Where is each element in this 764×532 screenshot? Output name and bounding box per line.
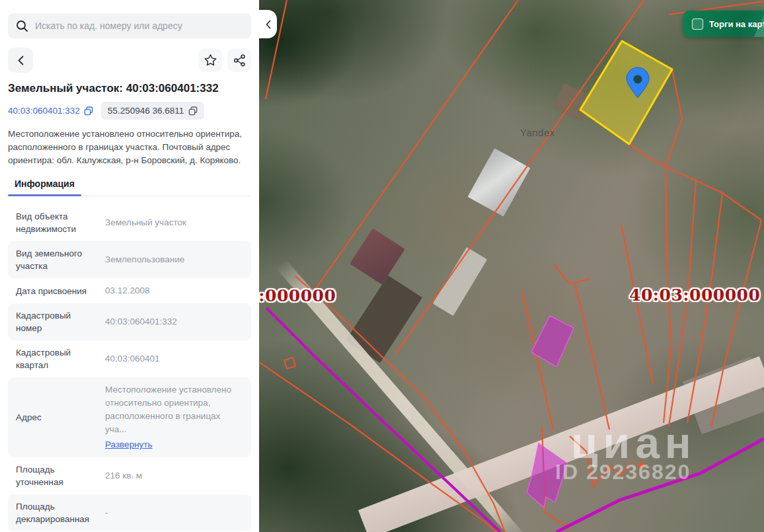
toggle-checkbox[interactable] bbox=[692, 19, 703, 30]
yandex-watermark: Yandex bbox=[520, 127, 555, 138]
info-row-label: Адрес bbox=[16, 411, 96, 424]
app-window: Земельный участок: 40:03:060401:332 40:0… bbox=[0, 0, 764, 532]
auctions-toggle[interactable]: Торги на карте bbox=[683, 11, 764, 37]
info-row-value: 03.12.2008 bbox=[105, 284, 243, 297]
page-title: Земельный участок: 40:03:060401:332 bbox=[8, 82, 251, 95]
info-row-value: Местоположение установлено относительно … bbox=[105, 383, 243, 451]
search-input[interactable] bbox=[35, 20, 243, 31]
cadastral-number-text: 40:03:060401:332 bbox=[8, 106, 80, 116]
info-row-value: - bbox=[105, 506, 243, 519]
actions-row bbox=[8, 48, 251, 73]
info-row-label: Вид земельного участка bbox=[16, 247, 96, 272]
info-row-label: Кадастровый квартал bbox=[16, 346, 96, 371]
cadastral-number-link[interactable]: 40:03:060401:332 bbox=[8, 106, 93, 116]
info-row-value: 40:03:060401:332 bbox=[105, 315, 243, 328]
info-row: Площадь декларированная- bbox=[8, 494, 251, 531]
info-row-label: Дата присвоения bbox=[16, 285, 96, 297]
tab-active-underline bbox=[8, 194, 81, 196]
info-row: Вид объекта недвижимостиЗемельный участо… bbox=[8, 204, 251, 241]
info-row: Кадастровый квартал40:03:060401 bbox=[8, 340, 251, 377]
favorite-button[interactable] bbox=[198, 48, 222, 72]
chips-row: 40:03:060401:332 55.250946 36.6811 bbox=[8, 102, 251, 120]
collapse-sidebar-button[interactable] bbox=[259, 10, 277, 38]
info-row-label: Площадь декларированная bbox=[16, 500, 96, 525]
copy-icon[interactable] bbox=[84, 106, 93, 116]
chevron-left-icon bbox=[266, 20, 271, 29]
info-row: Кадастровый номер40:03:060401:332 bbox=[8, 303, 251, 340]
share-icon bbox=[233, 54, 246, 67]
search-bar[interactable] bbox=[8, 13, 251, 38]
quarter-label: 40:03:000000 bbox=[629, 285, 760, 305]
info-row-value: Землепользование bbox=[105, 253, 243, 266]
info-row-label: Площадь уточненная bbox=[16, 463, 96, 488]
info-row-value: Земельный участок bbox=[105, 216, 243, 229]
tab-information[interactable]: Информация bbox=[8, 178, 81, 196]
back-button[interactable] bbox=[8, 48, 33, 73]
info-row: Площадь уточненная216 кв. м bbox=[8, 457, 251, 494]
info-row-label: Кадастровый номер bbox=[16, 309, 96, 334]
map-canvas[interactable]: 40:03:000000 40:03:000000 Yandex циан ID… bbox=[259, 0, 764, 532]
coordinates-chip: 55.250946 36.6811 bbox=[101, 102, 204, 120]
info-row-value: 216 кв. м bbox=[105, 469, 243, 482]
listing-id-watermark: ID 29236820 bbox=[555, 460, 691, 484]
info-row-label: Вид объекта недвижимости bbox=[16, 210, 96, 235]
info-row-value: 40:03:060401 bbox=[105, 352, 243, 365]
back-chevron-icon bbox=[18, 56, 24, 65]
info-row: Дата присвоения03.12.2008 bbox=[8, 278, 251, 303]
tab-label: Информация bbox=[15, 178, 75, 189]
copy-icon[interactable] bbox=[188, 106, 198, 116]
search-icon bbox=[16, 20, 28, 32]
info-row: АдресМестоположение установлено относите… bbox=[8, 377, 251, 457]
toggle-label: Торги на карте bbox=[709, 19, 764, 29]
selected-parcel[interactable] bbox=[580, 41, 672, 144]
share-button[interactable] bbox=[227, 48, 251, 72]
coordinates-text: 55.250946 36.6811 bbox=[108, 106, 184, 116]
info-table: Вид объекта недвижимостиЗемельный участо… bbox=[0, 204, 259, 532]
info-row: Вид земельного участкаЗемлепользование bbox=[8, 241, 251, 278]
quarter-label: 40:03:000000 bbox=[259, 286, 336, 305]
sidebar-panel: Земельный участок: 40:03:060401:332 40:0… bbox=[0, 0, 259, 532]
location-description: Местоположение установлено относительно … bbox=[8, 128, 251, 167]
star-icon bbox=[204, 54, 217, 67]
tab-bar: Информация bbox=[8, 178, 251, 196]
expand-address-link[interactable]: Развернуть bbox=[105, 438, 153, 451]
